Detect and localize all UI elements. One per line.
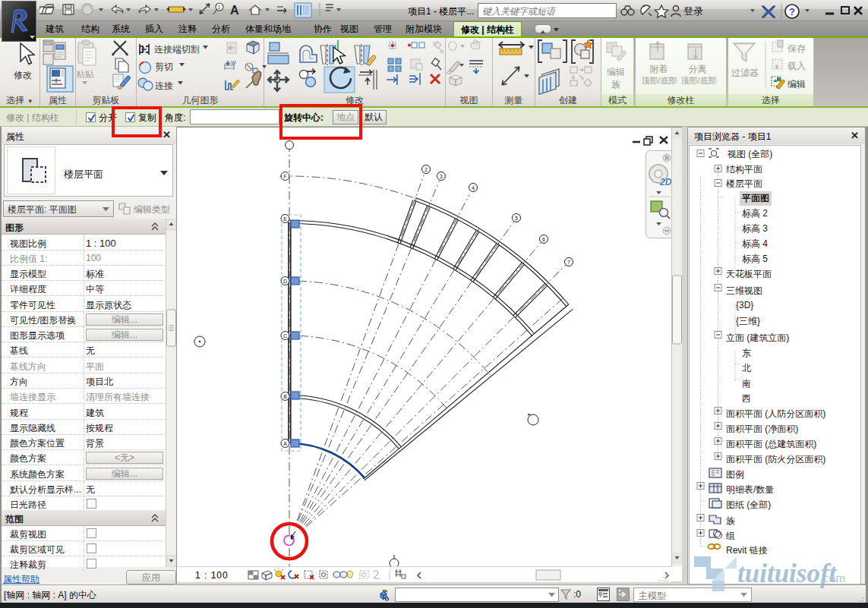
svg-text:2D: 2D bbox=[659, 177, 672, 187]
svg-text:E: E bbox=[283, 216, 287, 222]
svg-text:W: W bbox=[231, 60, 236, 65]
svg-text:登录: 登录 bbox=[683, 5, 703, 17]
svg-text:F: F bbox=[283, 174, 286, 179]
svg-text:D: D bbox=[283, 279, 287, 284]
svg-text:.com: .com bbox=[820, 571, 846, 585]
svg-text:A: A bbox=[230, 4, 239, 17]
svg-text:B: B bbox=[283, 394, 287, 399]
svg-text:3: 3 bbox=[440, 174, 443, 179]
svg-text:4: 4 bbox=[472, 185, 475, 191]
svg-text:A: A bbox=[283, 441, 287, 446]
svg-text:粘贴: 粘贴 bbox=[76, 69, 94, 80]
svg-text:2: 2 bbox=[425, 167, 428, 172]
svg-text:5: 5 bbox=[515, 216, 518, 221]
svg-text:7: 7 bbox=[567, 260, 570, 265]
svg-text:6: 6 bbox=[542, 237, 545, 242]
svg-text:1: 1 bbox=[218, 5, 221, 10]
svg-text:?: ? bbox=[789, 6, 795, 17]
svg-text:C: C bbox=[283, 333, 287, 339]
